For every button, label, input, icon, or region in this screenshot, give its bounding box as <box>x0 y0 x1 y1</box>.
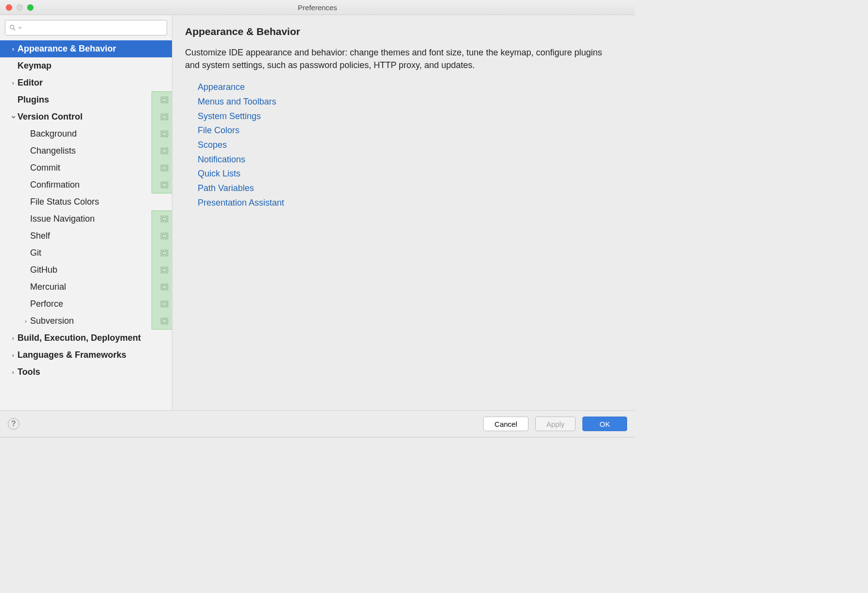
sidebar-item-label: Appearance & Behavior <box>17 44 168 54</box>
sidebar-item[interactable]: ›Editor <box>0 74 172 91</box>
sidebar-item[interactable]: Shelf <box>0 227 172 244</box>
sidebar-item[interactable]: ⌄Version Control <box>0 108 172 125</box>
sidebar-item-label: Keymap <box>17 61 168 71</box>
chevron-right-icon: › <box>9 79 17 87</box>
sidebar-item-label: File Status Colors <box>30 197 168 207</box>
sidebar-item[interactable]: ›Build, Execution, Deployment <box>0 330 172 347</box>
project-level-icon <box>161 301 168 307</box>
sidebar-item-label: Tools <box>17 367 168 377</box>
project-level-icon <box>161 165 168 171</box>
project-level-icon <box>161 267 168 273</box>
project-level-icon <box>161 148 168 154</box>
svg-line-1 <box>14 29 16 31</box>
main-panel: Appearance & Behavior Customize IDE appe… <box>172 15 635 410</box>
sidebar-item-label: Changelists <box>30 146 161 156</box>
sidebar-item-label: Version Control <box>17 112 161 122</box>
sidebar-item-label: Confirmation <box>30 180 161 190</box>
sidebar-item[interactable]: Mercurial <box>0 279 172 296</box>
panel-description: Customize IDE appearance and behavior: c… <box>185 46 613 71</box>
sidebar-item[interactable]: ›Languages & Frameworks <box>0 347 172 364</box>
project-level-icon <box>161 250 168 256</box>
search-field-wrapper[interactable] <box>5 20 167 35</box>
chevron-down-icon: ⌄ <box>9 111 17 120</box>
search-icon <box>9 24 16 31</box>
sidebar-item[interactable]: Perforce <box>0 296 172 313</box>
panel-heading: Appearance & Behavior <box>185 26 622 37</box>
sidebar-item-label: Editor <box>17 78 168 88</box>
titlebar: Preferences <box>0 0 635 15</box>
search-input[interactable] <box>24 24 163 32</box>
chevron-right-icon: › <box>9 368 17 376</box>
ok-button[interactable]: OK <box>582 417 627 431</box>
sidebar-item-label: Commit <box>30 163 161 173</box>
project-level-icon <box>161 97 168 103</box>
chevron-right-icon: › <box>9 45 17 52</box>
sidebar-item[interactable]: ›Tools <box>0 364 172 381</box>
chevron-right-icon: › <box>21 317 30 325</box>
sidebar-item[interactable]: Confirmation <box>0 176 172 193</box>
sidebar-item-label: Shelf <box>30 231 161 241</box>
sidebar-item-label: Build, Execution, Deployment <box>17 333 168 343</box>
preferences-window: Preferences ›Appearance & BehaviorKeymap… <box>0 0 635 437</box>
sidebar-item-label: Languages & Frameworks <box>17 350 168 360</box>
help-button[interactable]: ? <box>8 418 19 430</box>
project-level-icon <box>161 233 168 239</box>
minimize-window-button[interactable] <box>17 4 23 11</box>
cancel-button[interactable]: Cancel <box>483 417 528 431</box>
sidebar-item[interactable]: Background <box>0 125 172 142</box>
apply-button[interactable]: Apply <box>535 417 576 431</box>
sidebar-item[interactable]: Commit <box>0 159 172 176</box>
window-controls <box>6 4 34 11</box>
zoom-window-button[interactable] <box>27 4 34 11</box>
panel-link[interactable]: Quick Lists <box>198 167 622 181</box>
sidebar-item[interactable]: Keymap <box>0 57 172 74</box>
window-title: Preferences <box>0 3 635 12</box>
sidebar-item-label: Perforce <box>30 299 161 309</box>
body: ›Appearance & BehaviorKeymap›EditorPlugi… <box>0 15 635 410</box>
chevron-right-icon: › <box>9 351 17 359</box>
sidebar-item[interactable]: Issue Navigation <box>0 210 172 227</box>
panel-link[interactable]: Menus and Toolbars <box>198 95 622 109</box>
sidebar-item-label: Git <box>30 248 161 258</box>
sidebar-item[interactable]: GitHub <box>0 262 172 279</box>
project-level-icon <box>161 216 168 222</box>
settings-tree: ›Appearance & BehaviorKeymap›EditorPlugi… <box>0 40 172 410</box>
close-window-button[interactable] <box>6 4 12 11</box>
sidebar-item[interactable]: ›Appearance & Behavior <box>0 40 172 57</box>
sidebar-item[interactable]: Plugins <box>0 91 172 108</box>
panel-link[interactable]: Presentation Assistant <box>198 196 622 210</box>
sidebar-item-label: Mercurial <box>30 282 161 292</box>
sidebar-item-label: GitHub <box>30 265 161 275</box>
sidebar-item-label: Background <box>30 129 161 139</box>
chevron-right-icon: › <box>9 334 17 342</box>
project-level-icon <box>161 284 168 290</box>
sidebar-item[interactable]: File Status Colors <box>0 193 172 210</box>
project-level-icon <box>161 318 168 324</box>
project-level-icon <box>161 131 168 137</box>
footer: ? Cancel Apply OK <box>0 410 635 437</box>
panel-link[interactable]: Notifications <box>198 153 622 167</box>
panel-link[interactable]: System Settings <box>198 109 622 124</box>
sidebar-item-label: Issue Navigation <box>30 214 161 224</box>
sidebar-item[interactable]: Git <box>0 244 172 262</box>
panel-link[interactable]: Appearance <box>198 80 622 95</box>
chevron-down-icon <box>18 26 22 30</box>
sidebar-item[interactable]: Changelists <box>0 142 172 159</box>
panel-link[interactable]: File Colors <box>198 123 622 138</box>
panel-link[interactable]: Scopes <box>198 138 622 153</box>
project-level-icon <box>161 114 168 120</box>
sidebar-item[interactable]: ›Subversion <box>0 313 172 330</box>
sidebar-item-label: Plugins <box>17 95 161 105</box>
sidebar: ›Appearance & BehaviorKeymap›EditorPlugi… <box>0 15 172 410</box>
project-level-icon <box>161 182 168 188</box>
panel-link[interactable]: Path Variables <box>198 181 622 196</box>
svg-point-0 <box>10 25 14 29</box>
sidebar-item-label: Subversion <box>30 316 161 326</box>
panel-links: AppearanceMenus and ToolbarsSystem Setti… <box>185 80 622 210</box>
